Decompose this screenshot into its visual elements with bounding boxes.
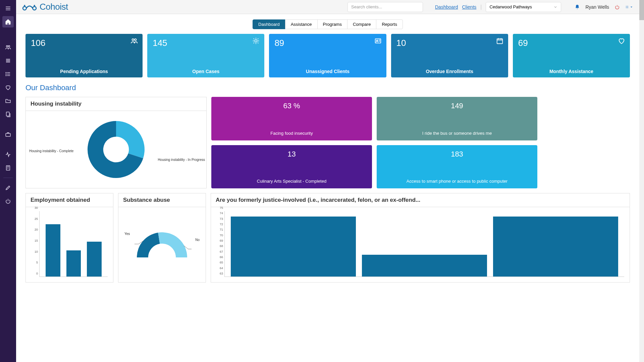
tab-compare[interactable]: Compare — [347, 19, 376, 29]
chart-legend-complete: Housing instability - Complete — [29, 149, 73, 153]
panel-title: Housing instability — [26, 97, 206, 111]
kpi-pending-applications[interactable]: 106 Pending Applications — [25, 34, 143, 77]
chart-legend-inprogress: Housing instability - In Progress — [158, 158, 205, 162]
kpi-value: 10 — [396, 38, 503, 48]
menu-toggle-button[interactable] — [2, 3, 14, 14]
tab-programs[interactable]: Programs — [317, 19, 347, 29]
people-icon — [130, 37, 138, 45]
notifications-button[interactable] — [573, 3, 581, 11]
svg-point-15 — [255, 40, 257, 42]
donut-chart-housing: Housing instability - Complete Housing i… — [26, 111, 206, 188]
kpi-label: Unassigned Clients — [269, 69, 386, 74]
kpi-label: Monthly Assistance — [513, 69, 630, 74]
sidebar-item-briefcase[interactable] — [2, 129, 14, 140]
sidebar-item-document[interactable] — [2, 109, 14, 120]
sidebar-item-home[interactable] — [2, 16, 14, 27]
tile-smart-phone-access[interactable]: 183 Access to smart phone or access to p… — [377, 145, 537, 189]
sidebar-divider — [3, 178, 13, 178]
top-header: Cohoist Dashboard Clients | Cedarwood Pa… — [16, 0, 639, 14]
svg-point-11 — [34, 5, 35, 6]
kpi-open-cases[interactable]: 145 Open Cases — [147, 34, 264, 77]
bar-chart-employment: 051015202530 — [30, 211, 109, 278]
kpi-row: 106 Pending Applications 145 Open Cases … — [25, 34, 630, 77]
scrollbar[interactable] — [639, 0, 644, 362]
nav-separator: | — [480, 4, 482, 10]
svg-point-0 — [6, 46, 8, 47]
id-card-icon — [374, 37, 382, 45]
kpi-unassigned-clients[interactable]: 89 Unassigned Clients — [269, 34, 386, 77]
tab-reports[interactable]: Reports — [376, 19, 403, 29]
brand-logo[interactable]: Cohoist — [22, 2, 68, 12]
kpi-label: Open Cases — [147, 69, 264, 74]
org-selector[interactable]: Cedarwood Pathways — [486, 2, 561, 12]
bar-chart-justice: 63646566676869707172737475 — [215, 211, 626, 278]
svg-rect-5 — [6, 112, 9, 116]
panel-employment: Employment obtained 051015202530 — [25, 193, 113, 283]
kpi-overdue-enrollments[interactable]: 10 Overdue Enrollments — [391, 34, 508, 77]
sidebar-item-list2[interactable] — [2, 68, 14, 80]
sidebar-item-activity[interactable] — [2, 149, 14, 160]
tile-value: 13 — [287, 150, 296, 159]
pencil-icon — [5, 185, 11, 191]
heart-icon — [5, 84, 11, 90]
kpi-value: 69 — [518, 38, 625, 48]
tile-label: Culinary Arts Specialist - Completed — [257, 179, 326, 184]
svg-point-4 — [6, 75, 6, 76]
people-icon — [5, 44, 11, 50]
kpi-value: 145 — [153, 38, 259, 48]
tile-ride-bus[interactable]: 149 I ride the bus or someone drives me — [377, 97, 537, 140]
gear-icon — [625, 4, 629, 10]
scrollbar-thumb[interactable] — [639, 0, 644, 20]
kpi-value: 106 — [31, 38, 137, 48]
nav-dashboard-link[interactable]: Dashboard — [435, 4, 458, 10]
svg-point-10 — [24, 5, 25, 6]
caret-down-icon — [630, 4, 633, 10]
panel-title: Are you formerly justice-involved (i.e.,… — [211, 193, 630, 207]
tab-dashboard[interactable]: Dashboard — [253, 19, 285, 29]
sidebar-item-list1[interactable] — [2, 55, 14, 66]
list-icon — [5, 71, 11, 77]
tile-label: Access to smart phone or access to publi… — [407, 179, 507, 184]
svg-point-13 — [132, 39, 134, 41]
search-input[interactable] — [347, 2, 423, 12]
org-selected-label: Cedarwood Pathways — [489, 4, 532, 9]
panel-title: Employment obtained — [26, 193, 113, 207]
logout-button[interactable] — [613, 3, 621, 11]
settings-menu-button[interactable] — [625, 3, 633, 11]
nav-clients-link[interactable]: Clients — [462, 4, 477, 10]
section-title: Our Dashboard — [25, 83, 630, 92]
sidebar-item-folder[interactable] — [2, 95, 14, 107]
sidebar-item-power[interactable] — [2, 195, 14, 207]
lines-icon — [5, 58, 11, 64]
tile-food-insecurity[interactable]: 63 % Facing food insecurity — [211, 97, 372, 140]
document-icon — [5, 111, 11, 117]
sidebar-item-calculator[interactable] — [2, 162, 14, 174]
svg-point-12 — [627, 6, 628, 7]
tab-assistance[interactable]: Assistance — [285, 19, 318, 29]
sidebar-item-favorites[interactable] — [2, 82, 14, 93]
sidebar-item-clients[interactable] — [2, 42, 14, 53]
logo-icon — [22, 3, 37, 11]
brand-name: Cohoist — [40, 2, 68, 12]
tile-label: I ride the bus or someone drives me — [422, 131, 492, 136]
sidebar-item-edit[interactable] — [2, 182, 14, 193]
heart-icon — [618, 37, 625, 45]
bell-icon — [575, 4, 580, 10]
panel-housing-instability: Housing instability Housing instability … — [25, 97, 207, 188]
calendar-icon — [496, 37, 503, 45]
kpi-monthly-assistance[interactable]: 69 Monthly Assistance — [513, 34, 630, 77]
power-icon — [5, 198, 11, 204]
kpi-label: Overdue Enrollments — [391, 69, 508, 74]
tile-culinary-arts[interactable]: 13 Culinary Arts Specialist - Completed — [211, 145, 372, 189]
svg-point-3 — [6, 74, 6, 74]
tile-value: 63 % — [283, 102, 300, 110]
activity-icon — [5, 152, 11, 158]
power-icon — [614, 4, 620, 10]
svg-point-1 — [8, 46, 10, 47]
tile-label: Facing food insecurity — [270, 131, 313, 136]
panel-title: Substance abuse — [118, 193, 206, 207]
user-name[interactable]: Ryan Wells — [585, 4, 609, 10]
gauge-label-no: No — [195, 238, 200, 242]
svg-point-8 — [23, 6, 26, 10]
gauge-label-yes: Yes — [124, 232, 130, 236]
